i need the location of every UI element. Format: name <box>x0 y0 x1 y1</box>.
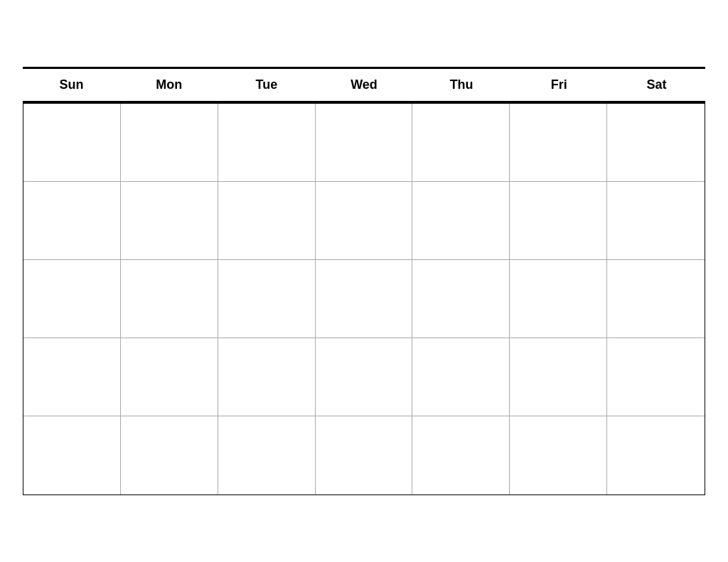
day-header-fri: Fri <box>510 75 608 95</box>
calendar-cell[interactable] <box>316 104 413 182</box>
calendar-cell[interactable] <box>316 338 413 416</box>
calendar-cell[interactable] <box>121 416 218 495</box>
calendar-cell[interactable] <box>218 416 316 495</box>
calendar-cell[interactable] <box>218 182 316 260</box>
calendar-cell[interactable] <box>218 338 316 416</box>
calendar-cell[interactable] <box>412 104 510 182</box>
calendar-cell[interactable] <box>607 260 705 338</box>
day-header-mon: Mon <box>120 75 218 95</box>
calendar-cell[interactable] <box>607 416 705 495</box>
day-header-thu: Thu <box>413 75 510 95</box>
calendar-cell[interactable] <box>412 416 510 495</box>
calendar-container: Sun Mon Tue Wed Thu Fri Sat <box>23 67 705 495</box>
calendar-cell[interactable] <box>316 260 413 338</box>
calendar-cell[interactable] <box>23 104 121 182</box>
calendar-cell[interactable] <box>121 182 218 260</box>
calendar-cell[interactable] <box>23 260 121 338</box>
day-header-sat: Sat <box>608 75 705 95</box>
calendar-cell[interactable] <box>316 416 413 495</box>
calendar-cell[interactable] <box>607 338 705 416</box>
calendar-cell[interactable] <box>510 338 607 416</box>
day-header-sun: Sun <box>23 75 120 95</box>
calendar-cell[interactable] <box>510 182 607 260</box>
calendar-cell[interactable] <box>412 260 510 338</box>
calendar-cell[interactable] <box>23 338 121 416</box>
day-header-tue: Tue <box>218 75 315 95</box>
calendar-cell[interactable] <box>218 104 316 182</box>
calendar-cell[interactable] <box>510 260 607 338</box>
calendar-cell[interactable] <box>121 260 218 338</box>
calendar-cell[interactable] <box>316 182 413 260</box>
calendar-cell[interactable] <box>510 104 607 182</box>
calendar-cell[interactable] <box>412 338 510 416</box>
calendar-cell[interactable] <box>510 416 607 495</box>
calendar-cell[interactable] <box>607 182 705 260</box>
calendar-grid <box>23 103 705 495</box>
calendar-cell[interactable] <box>23 182 121 260</box>
day-header-wed: Wed <box>315 75 412 95</box>
calendar-cell[interactable] <box>607 104 705 182</box>
calendar-cell[interactable] <box>23 416 121 495</box>
calendar-cell[interactable] <box>121 104 218 182</box>
calendar-cell[interactable] <box>412 182 510 260</box>
calendar-header: Sun Mon Tue Wed Thu Fri Sat <box>23 67 705 103</box>
calendar-cell[interactable] <box>121 338 218 416</box>
calendar-cell[interactable] <box>218 260 316 338</box>
